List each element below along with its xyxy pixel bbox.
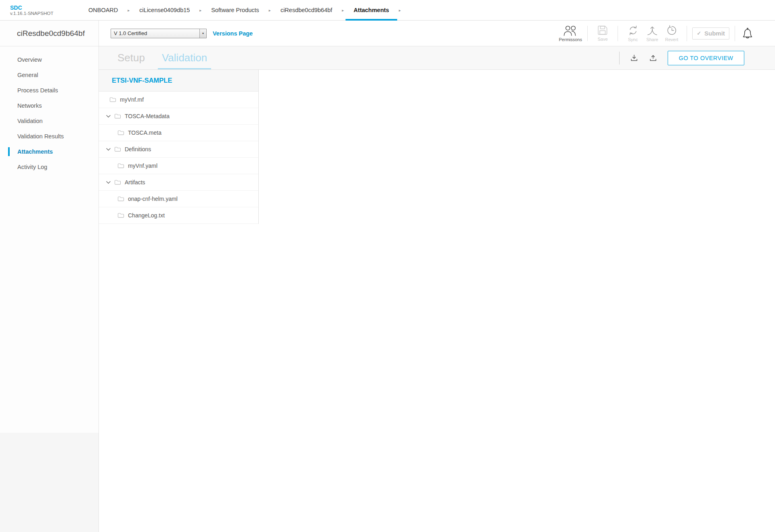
breadcrumb-link[interactable]: Attachments (344, 0, 399, 20)
breadcrumb-item-onboard: ONBOARD ▸ (79, 0, 130, 20)
chevron-down-icon[interactable] (106, 115, 111, 118)
breadcrumb-link[interactable]: ONBOARD (79, 0, 128, 20)
save-button[interactable]: Save (593, 25, 612, 42)
share-button[interactable]: Share (643, 25, 662, 42)
sidebar-item-label: Networks (17, 102, 42, 109)
folder-outline-icon (114, 146, 121, 152)
save-label: Save (597, 37, 607, 42)
tab-label: Setup (117, 52, 145, 64)
folder-outline-icon (117, 163, 124, 169)
version-select-value: V 1.0 Certified (111, 29, 199, 38)
tree-row-label: Definitions (125, 146, 151, 152)
sidebar-item-label: Attachments (17, 148, 53, 155)
tab-label: Validation (162, 52, 207, 64)
two-people-icon (563, 25, 578, 36)
checkmark-icon: ✓ (697, 30, 701, 36)
sidebar-item-label: General (17, 72, 38, 78)
breadcrumb-item-ciresdbe0cd9b64bf: ciResdbe0cd9b64bf ▸ (271, 0, 344, 20)
download-tray-icon (630, 54, 639, 63)
sidebar-item-label: Validation (17, 118, 43, 124)
attachments-toolbar: GO TO OVERVIEW (619, 46, 775, 69)
tree-row-label: TOSCA.meta (128, 129, 161, 136)
tree-row-myvnf-mf[interactable]: myVnf.mf (99, 92, 258, 108)
tree-row-label: ChangeLog.txt (128, 212, 165, 219)
chevron-down-icon[interactable] (106, 181, 111, 184)
permissions-label: Permissons (559, 37, 582, 42)
tree-row-label: myVnf.yaml (128, 163, 157, 169)
sidebar-item-validation[interactable]: Validation (0, 113, 98, 129)
sidebar-item-networks[interactable]: Networks (0, 98, 98, 113)
breadcrumb-link[interactable]: ciLicense0409db15 (130, 0, 199, 20)
tree-row-onap-cnf-helm-yaml[interactable]: onap-cnf-helm.yaml (99, 191, 258, 207)
versions-page-link[interactable]: Versions Page (213, 30, 253, 37)
tree-row-myvnf-yaml[interactable]: myVnf.yaml (99, 158, 258, 174)
app-name: SDC (10, 5, 79, 11)
attachments-tree-panel: ETSI-VNF-SAMPLE (99, 70, 259, 224)
content-area: ETSI-VNF-SAMPLE (99, 70, 775, 532)
folder-outline-icon (117, 130, 124, 136)
download-button[interactable] (630, 54, 639, 63)
tree-title: ETSI-VNF-SAMPLE (99, 70, 258, 92)
version-header-row: V 1.0 Certified ▾ Versions Page Permisso… (99, 21, 775, 46)
sidebar-item-label: Validation Results (17, 133, 64, 140)
breadcrumb-item-cilicense0409db15: ciLicense0409db15 ▸ (130, 0, 201, 20)
notifications-button[interactable] (742, 27, 753, 40)
divider (587, 26, 588, 41)
tree-row-definitions[interactable]: Definitions (99, 141, 258, 158)
tab-setup[interactable]: Setup (113, 46, 149, 69)
tabs-row: Setup Validation (99, 46, 775, 70)
divider (618, 26, 618, 41)
main-area: V 1.0 Certified ▾ Versions Page Permisso… (99, 21, 775, 532)
permissions-button[interactable]: Permissons (559, 25, 582, 42)
folder-outline-icon (117, 196, 124, 202)
entity-title: ciResdbe0cd9b64bf (0, 21, 98, 46)
go-to-overview-button[interactable]: GO TO OVERVIEW (668, 51, 744, 65)
tree-row-tosca-metadata[interactable]: TOSCA-Metadata (99, 108, 258, 125)
tree-row-label: Artifacts (125, 179, 145, 186)
tree-row-label: TOSCA-Metadata (125, 113, 170, 119)
folder-outline-icon (109, 97, 116, 102)
caret-down-icon[interactable]: ▾ (199, 29, 206, 38)
folder-outline-icon (114, 179, 121, 185)
revert-label: Revert (665, 37, 678, 42)
version-select[interactable]: V 1.0 Certified ▾ (111, 29, 207, 38)
sidebar-item-process-details[interactable]: Process Details (0, 83, 98, 98)
top-bar: SDC v.1.16.1-SNAPSHOT ONBOARD ▸ ciLicens… (0, 0, 775, 21)
sidebar-item-label: Activity Log (17, 164, 47, 170)
tabs: Setup Validation (113, 46, 220, 69)
sidebar-item-general[interactable]: General (0, 67, 98, 83)
breadcrumb-link[interactable]: Software Products (201, 0, 268, 20)
revert-button[interactable]: Revert (662, 25, 681, 42)
header-actions: Permissons Save (559, 25, 775, 42)
tree-row-changelog-txt[interactable]: ChangeLog.txt (99, 207, 258, 224)
chevron-down-icon[interactable] (106, 148, 111, 151)
page-body: ciResdbe0cd9b64bf Overview General Proce… (0, 21, 775, 532)
upload-button[interactable] (649, 54, 658, 63)
breadcrumb-item-software-products: Software Products ▸ (201, 0, 271, 20)
chevron-right-icon: ▸ (399, 8, 401, 13)
divider (687, 26, 687, 41)
sidebar-item-validation-results[interactable]: Validation Results (0, 129, 98, 144)
tab-validation[interactable]: Validation (158, 46, 211, 69)
app-version: v.1.16.1-SNAPSHOT (10, 11, 79, 16)
sync-button[interactable]: Sync (623, 25, 643, 42)
divider (619, 52, 620, 65)
merge-arrow-up-icon (647, 25, 658, 36)
sidebar-item-activity-log[interactable]: Activity Log (0, 159, 98, 175)
folder-outline-icon (117, 213, 124, 218)
circular-arrows-icon (628, 25, 639, 36)
folder-outline-icon (114, 113, 121, 119)
sidebar-item-overview[interactable]: Overview (0, 52, 98, 67)
tree-row-tosca-meta[interactable]: TOSCA.meta (99, 125, 258, 141)
sidebar-item-attachments[interactable]: Attachments (0, 144, 98, 159)
app-logo[interactable]: SDC v.1.16.1-SNAPSHOT (0, 0, 79, 20)
breadcrumb-link[interactable]: ciResdbe0cd9b64bf (271, 0, 342, 20)
tree-row-label: myVnf.mf (120, 96, 144, 103)
sidebar-item-label: Process Details (17, 87, 58, 94)
submit-button[interactable]: ✓ Submit (692, 27, 729, 40)
upload-tray-icon (649, 54, 658, 63)
sidebar-item-label: Overview (17, 56, 42, 63)
tree-row-artifacts[interactable]: Artifacts (99, 174, 258, 191)
sidebar-nav: Overview General Process Details Network… (0, 46, 98, 433)
tree-row-label: onap-cnf-helm.yaml (128, 196, 178, 202)
